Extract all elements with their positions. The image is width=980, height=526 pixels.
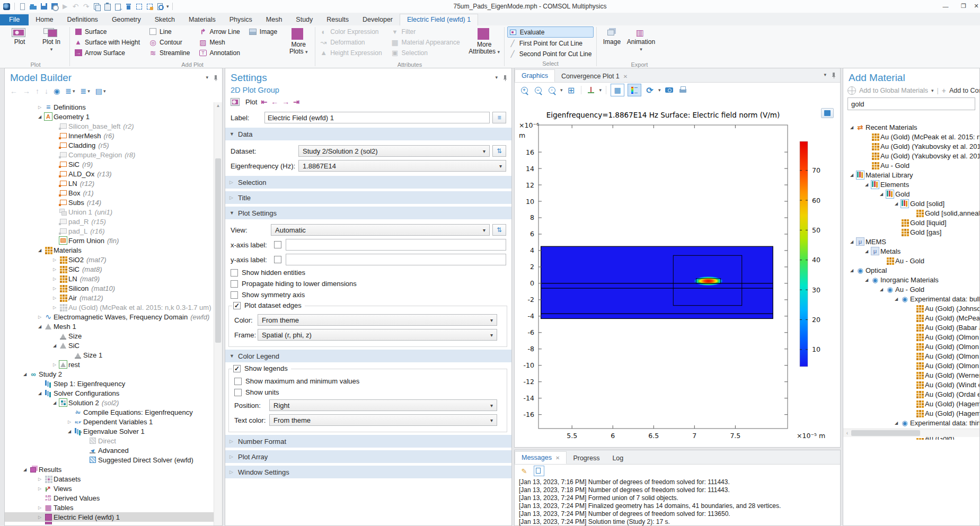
collapse-icon[interactable]: ◢ xyxy=(847,173,856,177)
tab-study[interactable]: Study xyxy=(289,14,320,25)
material-search-input[interactable]: gold xyxy=(847,97,975,110)
model-builder-item-dependent-variables-1[interactable]: ▷Dependent Variables 1 xyxy=(5,417,214,426)
model-builder-item-au-gold-mcpeak-et-al-2015-n-k-0-3-1-7-um[interactable]: ▷Au (Gold) (McPeak et al. 2015: n,k 0.3-… xyxy=(5,302,214,312)
maximize-button[interactable]: ❐ xyxy=(955,0,973,12)
more-attributes-button[interactable]: More Attributes ▾ xyxy=(467,26,501,61)
add-to-global-button[interactable]: Add to Global Materials xyxy=(859,87,928,94)
expand-icon[interactable]: ▷ xyxy=(50,296,59,300)
height-expression-button[interactable]: Height Expression xyxy=(318,48,384,58)
section-title[interactable]: ▷Title xyxy=(225,191,511,204)
model-builder-item-results[interactable]: ◢Results xyxy=(5,465,214,474)
minimize-button[interactable]: — xyxy=(937,0,955,12)
model-builder-item-ald-ox[interactable]: ALD_Ox(r13) xyxy=(5,169,214,179)
add-material-item-au-gold[interactable]: Au - Gold xyxy=(843,256,979,265)
surface-button[interactable]: Surface xyxy=(73,26,142,37)
contour-button[interactable]: Contour xyxy=(147,37,192,47)
show-hidden-checkbox[interactable] xyxy=(231,269,238,277)
tab-geometry[interactable]: Geometry xyxy=(105,14,148,25)
annotation-button[interactable]: Annotation xyxy=(197,48,242,58)
collapse-icon[interactable]: ◢ xyxy=(65,429,74,434)
nav-forward-icon[interactable]: → xyxy=(23,87,30,95)
pin-icon[interactable] xyxy=(213,75,218,81)
evaluate-button[interactable]: Evaluate xyxy=(507,26,594,38)
model-builder-item-step-1-eigenfrequency[interactable]: Step 1: Eigenfrequency xyxy=(5,379,214,388)
close-button[interactable]: ✕ xyxy=(973,0,980,12)
add-material-item-gold-liquid[interactable]: Gold [liquid] xyxy=(843,218,979,227)
dataset-edit-button[interactable]: ⇅ xyxy=(492,145,506,157)
model-builder-item-direct[interactable]: Direct xyxy=(5,436,214,445)
expand-icon[interactable]: ▷ xyxy=(65,420,74,424)
zoom-out-icon[interactable] xyxy=(533,85,543,95)
previous-plot-icon[interactable]: ← xyxy=(271,97,278,106)
collapse-icon[interactable]: ◢ xyxy=(50,343,59,348)
expand-icon[interactable]: ▷ xyxy=(36,477,44,482)
model-builder-item-size-1[interactable]: Size 1 xyxy=(5,350,214,360)
plot-button[interactable]: Plot xyxy=(4,26,35,61)
section-number-format[interactable]: ▷Number Format xyxy=(225,435,511,448)
collapse-icon[interactable]: ◢ xyxy=(877,287,886,292)
add-material-item-au-gold-mcpeak-et-al-2[interactable]: Au (Gold) (McPeak et al. 2 xyxy=(843,313,979,323)
color-expression-button[interactable]: Color Expression xyxy=(318,26,384,37)
select-box-icon[interactable] xyxy=(135,2,144,11)
add-material-item-au-gold-windt-et-al-19[interactable]: Au (Gold) (Windt et al. 19 xyxy=(843,380,979,389)
collapse-icon[interactable]: ◢ xyxy=(21,372,29,377)
close-icon[interactable]: ✕ xyxy=(623,74,628,79)
add-material-item-experimental-data-bulk-thick[interactable]: ◢Experimental data: bulk, thick xyxy=(843,294,979,304)
camera-icon[interactable] xyxy=(664,85,675,95)
expand-icon[interactable]: ▷ xyxy=(50,362,59,367)
section-color-legend[interactable]: ▼Color Legend xyxy=(225,350,511,362)
export-image-button[interactable]: Image xyxy=(599,26,624,61)
view-dropdown[interactable]: Automatic xyxy=(271,224,490,236)
run-icon[interactable] xyxy=(60,2,69,11)
model-builder-item-sic[interactable]: ◢SiC xyxy=(5,341,214,350)
first-point-cut-line-button[interactable]: First Point for Cut Line xyxy=(507,38,594,48)
model-builder-item-size[interactable]: Size xyxy=(5,331,214,341)
filter-button[interactable]: Filter xyxy=(390,26,462,37)
model-builder-item-compile-equations-eigenfrequency[interactable]: Compile Equations: Eigenfrequency xyxy=(5,407,214,417)
chevron-down-icon[interactable]: ▾ xyxy=(658,87,661,93)
collapse-icon[interactable]: ◢ xyxy=(847,268,856,273)
expand-icon[interactable]: ▷ xyxy=(36,105,44,110)
collapse-icon[interactable]: ◢ xyxy=(892,297,900,301)
delete-icon[interactable] xyxy=(124,2,133,11)
model-builder-item-union-1[interactable]: Union 1(uni1) xyxy=(5,207,214,217)
label-input[interactable]: Electric Field (ewfd) 1 xyxy=(264,112,490,123)
add-material-item-au-gold-johnson-and-c[interactable]: Au (Gold) (Johnson and C xyxy=(843,304,979,313)
chevron-down-icon[interactable]: ▾ xyxy=(166,4,169,9)
tab-mesh[interactable]: Mesh xyxy=(259,14,289,25)
arrow-surface-button[interactable]: Arrow Surface xyxy=(73,48,142,58)
add-material-item-au-gold-hagemann-et[interactable]: Au (Gold) (Hagemann et xyxy=(843,399,979,408)
show-units-checkbox[interactable] xyxy=(234,389,242,396)
add-material-item-au-gold-olmon-et-al-20[interactable]: Au (Gold) (Olmon et al. 20 xyxy=(843,332,979,342)
model-builder-item-electric-field-ewfd-1[interactable]: ▷Electric Field (ewfd) 1 xyxy=(5,512,214,522)
tab-file[interactable]: File xyxy=(0,14,29,25)
add-material-item-au-gold[interactable]: ◢Au - Gold xyxy=(843,284,979,294)
tab-sketch[interactable]: Sketch xyxy=(148,14,182,25)
model-builder-item-solution-2[interactable]: ◢Solution 2(sol2) xyxy=(5,398,214,407)
add-material-item-recent-materials[interactable]: ◢Recent Materials xyxy=(843,122,979,132)
expand-icon[interactable]: ▷ xyxy=(50,267,59,272)
move-down-icon[interactable]: ↓ xyxy=(45,87,48,95)
collapse-icon[interactable]: ◢ xyxy=(50,400,59,405)
tab-results[interactable]: Results xyxy=(320,14,356,25)
selection-button[interactable]: Selection xyxy=(390,48,462,58)
view-edit-button[interactable]: ⇅ xyxy=(492,224,506,236)
expand-icon[interactable]: ▷ xyxy=(36,515,44,520)
pin-icon[interactable] xyxy=(502,75,507,81)
zoom-box-icon[interactable] xyxy=(546,85,557,95)
duplicate-icon[interactable] xyxy=(113,2,122,11)
pin-icon[interactable] xyxy=(831,72,836,78)
rename-button[interactable]: ≡ xyxy=(492,112,506,123)
collapse-options-icon[interactable]: ≣▾ xyxy=(80,87,90,95)
model-builder-item-form-union[interactable]: Form Union(fin) xyxy=(5,236,214,245)
chevron-down-icon[interactable]: ▾ xyxy=(931,88,934,93)
model-builder-item-materials[interactable]: ◢Materials xyxy=(5,245,214,255)
copy-icon[interactable] xyxy=(92,2,101,11)
plot-area[interactable]: Eigenfrequency=1.8867E14 Hz Surface: Ele… xyxy=(515,97,840,448)
plot-corner-button[interactable] xyxy=(821,108,834,118)
model-builder-item-ln[interactable]: ▷LN(mat9) xyxy=(5,274,214,283)
expand-icon[interactable]: ▷ xyxy=(50,305,59,310)
add-material-item-experimental-data-thin-film[interactable]: ◢Experimental data: thin film xyxy=(843,418,979,427)
model-builder-item-derived-values[interactable]: Derived Values xyxy=(5,493,214,503)
add-material-item-mems[interactable]: ◢MEMS xyxy=(843,237,979,246)
